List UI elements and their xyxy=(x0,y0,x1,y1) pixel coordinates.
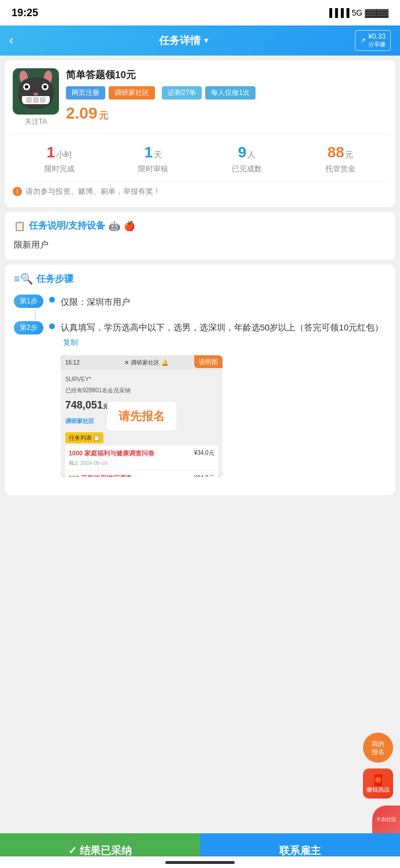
step-1-badge: 第1步 xyxy=(14,295,43,308)
home-bar xyxy=(165,861,235,864)
copy-button[interactable]: 复制 xyxy=(61,337,80,348)
task-header: 关注TA 简单答题领10元 网页注册 调研家社区 还剩27单 每人仅做1次 2.… xyxy=(13,68,387,127)
stat-complete-count: 9 人 已完成数 xyxy=(232,144,262,174)
task-stats: 1 小时 限时完成 1 天 限时审核 9 人 已完成数 88 元 托管赏金 xyxy=(13,134,387,179)
home-indicator xyxy=(0,856,400,868)
share-icon: ↗ xyxy=(360,36,366,45)
apple-icon: 🍎 xyxy=(124,220,135,231)
task-steps-title: ≡🔍 任务步骤 xyxy=(14,273,386,285)
step-1: 第1步 仅限：深圳市用户 xyxy=(14,295,386,310)
step-1-text: 仅限：深圳市用户 xyxy=(61,295,386,310)
corner-badge: 卡农社区 xyxy=(372,806,400,833)
task-avatar xyxy=(13,68,59,115)
demo-image: 16:12 ✕ 调研家社区 🔔 ··· SURVEY* 已经有928801名会员… xyxy=(61,355,223,477)
task-steps-card: ≡🔍 任务步骤 第1步 仅限：深圳市用户 第2步 认真填写，学历选高中以下，选男… xyxy=(5,264,395,495)
android-icon: 🤖 xyxy=(109,220,120,231)
warn-icon: ! xyxy=(13,187,22,196)
network-type: 5G xyxy=(351,8,362,17)
step-2: 第2步 认真填写，学历选高中以下，选男，选深圳，年龄选50岁以上（答完可领10元… xyxy=(14,320,386,477)
step-2-text: 认真填写，学历选高中以下，选男，选深圳，年龄选50岁以上（答完可领10元红包） … xyxy=(61,320,386,477)
task-price: 2.09 元 xyxy=(66,104,387,123)
stat-reward: 88 元 托管赏金 xyxy=(325,144,355,174)
desc-icon: 📋 xyxy=(14,220,25,231)
header-title: 任务详情 ▼ xyxy=(159,34,210,47)
battery-icon: ▓▓▓▓ xyxy=(365,8,388,17)
signal-icon: ▐▐▐▐ xyxy=(327,8,350,17)
tag-web-register: 网页注册 xyxy=(66,86,105,100)
float-buttons: 我的 报名 🧧 赚钱挑战 xyxy=(363,733,393,799)
step-2-dot xyxy=(49,323,55,329)
tag-survey-community: 调研家社区 xyxy=(109,86,155,100)
header: ‹ 任务详情 ▼ ↗ ¥0.33 分享赚 xyxy=(0,25,400,56)
tag-remaining: 还剩27单 xyxy=(162,86,202,100)
task-title: 简单答题领10元 xyxy=(66,68,387,82)
image-label: 说明图 xyxy=(194,355,223,369)
stat-time-limit: 1 小时 限时完成 xyxy=(45,144,75,174)
task-tags: 网页注册 调研家社区 还剩27单 每人仅做1次 xyxy=(66,86,387,100)
status-icons: ▐▐▐▐ 5G ▓▓▓▓ xyxy=(327,8,388,17)
status-time: 19:25 xyxy=(12,7,38,19)
follow-button[interactable]: 关注TA xyxy=(25,117,47,127)
demo-list-item-1: 1000 家庭福利与健康调查问卷 截止 2024-05-10 ¥34.0元 xyxy=(65,446,218,470)
task-card: 关注TA 简单答题领10元 网页注册 调研家社区 还剩27单 每人仅做1次 2.… xyxy=(5,60,395,207)
demo-list-item-2: 100 牙刷使用情况调查 ¥84.0元 xyxy=(65,470,218,476)
demo-overlay-text: 请先报名 xyxy=(107,402,176,431)
title-dropdown-icon[interactable]: ▼ xyxy=(203,36,210,45)
task-desc-title: 📋 任务说明/支持设备 🤖 🍎 xyxy=(14,220,386,232)
steps-icon: ≡🔍 xyxy=(14,273,33,285)
avatar-art xyxy=(13,68,59,115)
step-1-dot xyxy=(49,297,55,303)
my-signup-button[interactable]: 我的 报名 xyxy=(363,733,393,763)
task-description-card: 📋 任务说明/支持设备 🤖 🍎 限新用户 xyxy=(5,212,395,260)
warn-text: ! 请勿参与投资、赌博、刷单，举报有奖！ xyxy=(13,181,387,199)
tag-limit: 每人仅做1次 xyxy=(205,86,255,100)
share-button[interactable]: ↗ ¥0.33 分享赚 xyxy=(355,30,391,51)
status-bar: 19:25 ▐▐▐▐ 5G ▓▓▓▓ xyxy=(0,0,400,25)
step-2-badge: 第2步 xyxy=(14,321,43,334)
step-connector xyxy=(35,310,36,320)
task-desc-content: 限新用户 xyxy=(14,238,386,252)
earn-challenge-button[interactable]: 🧧 赚钱挑战 xyxy=(363,768,393,799)
stat-review-limit: 1 天 限时审核 xyxy=(138,144,168,174)
back-button[interactable]: ‹ xyxy=(9,33,13,48)
task-info: 简单答题领10元 网页注册 调研家社区 还剩27单 每人仅做1次 2.09 元 xyxy=(66,68,387,123)
task-avatar-wrap: 关注TA xyxy=(13,68,59,127)
